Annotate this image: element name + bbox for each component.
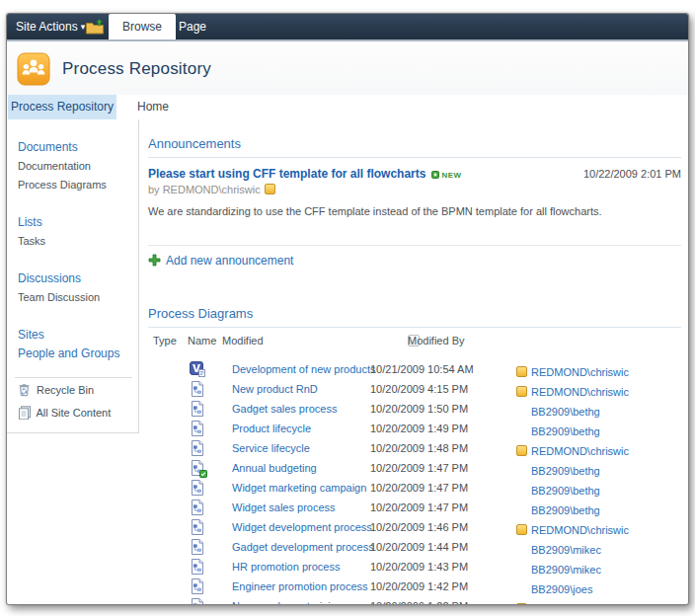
sidebar-item[interactable]: Tasks: [18, 232, 134, 251]
add-plus-icon: [148, 254, 161, 267]
navigate-up-icon[interactable]: [86, 19, 106, 38]
announcements-section-title[interactable]: Announcements: [148, 136, 681, 158]
process-diagrams-table: Development of new products 10/21/2009 1…: [148, 360, 681, 605]
sidebar-section-header[interactable]: Discussions: [18, 270, 134, 288]
add-new-announcement-link[interactable]: Add new announcement: [148, 252, 681, 270]
sidebar-tool-icon: [18, 406, 34, 425]
document-type-icon: [190, 559, 205, 575]
sidebar-tool-icon: [18, 383, 34, 403]
sidebar-section-header[interactable]: People and Groups: [18, 345, 134, 363]
document-link[interactable]: New employee training: [232, 600, 343, 605]
document-link[interactable]: Product lifecycle: [232, 423, 311, 434]
sidebar-item[interactable]: Process Diagrams: [18, 176, 134, 194]
sidebar-item[interactable]: Documentation: [18, 157, 134, 176]
document-type-icon: [190, 440, 205, 456]
sidebar-tool-link[interactable]: Recycle Bin: [18, 380, 134, 403]
table-row[interactable]: HR promotion process 10/20/2009 1:43 PM …: [148, 558, 681, 578]
column-header-type[interactable]: Type: [153, 335, 177, 346]
sidebar-tool-link[interactable]: All Site Content: [18, 403, 134, 425]
table-row[interactable]: Gadget sales process 10/20/2009 1:50 PM …: [148, 400, 681, 420]
tab-home[interactable]: Home: [131, 95, 175, 119]
modified-by-link[interactable]: BB2909\bethg: [531, 504, 600, 516]
process-diagrams-section-title[interactable]: Process Diagrams: [148, 306, 681, 328]
table-row[interactable]: Annual budgeting 10/20/2009 1:47 PM BB29…: [148, 459, 681, 479]
document-type-icon: [190, 500, 205, 515]
modified-date: 10/20/2009 1:47 PM: [370, 501, 468, 513]
document-link[interactable]: HR promotion process: [232, 561, 340, 573]
modified-by-link[interactable]: REDMOND\chriswic: [531, 445, 629, 457]
visio-drawing-icon: [190, 598, 205, 605]
visio-drawing-icon: [190, 578, 205, 594]
modified-by-cell: BB2909\mikec: [516, 540, 601, 558]
table-header-row: Type Name Modified Modified By: [148, 335, 681, 348]
site-actions-label: Site Actions: [16, 20, 78, 34]
top-navigation: Process Repository Home: [7, 95, 688, 119]
sidebar-item[interactable]: Team Discussion: [18, 288, 134, 307]
site-actions-menu[interactable]: Site Actions▾: [16, 20, 85, 34]
table-row[interactable]: Development of new products 10/21/2009 1…: [148, 360, 681, 380]
table-row[interactable]: Widget sales process 10/20/2009 1:47 PM …: [148, 499, 681, 518]
document-link[interactable]: Gadget sales process: [232, 403, 337, 415]
document-type-icon: [190, 421, 205, 436]
table-row[interactable]: New product RnD 10/20/2009 4:15 PM REDMO…: [148, 380, 681, 400]
modified-by-cell: REDMOND\chriswic: [516, 382, 629, 400]
sidebar-section-header[interactable]: Lists: [18, 213, 134, 232]
sidebar-tool-label: Recycle Bin: [37, 384, 94, 396]
table-row[interactable]: Widget marketing campaign 10/20/2009 1:4…: [148, 479, 681, 499]
presence-icon: [516, 603, 527, 605]
document-type-icon: [190, 539, 205, 555]
modified-by-link[interactable]: BB2909\bethg: [531, 406, 600, 418]
main-content: Announcements Please start using CFF tem…: [148, 119, 681, 605]
document-link[interactable]: Widget marketing campaign: [232, 482, 366, 494]
document-link[interactable]: Widget development process: [232, 521, 372, 533]
all-site-content-icon: [18, 406, 32, 420]
document-link[interactable]: Widget sales process: [232, 501, 336, 513]
table-row[interactable]: Engineer promotion process 10/20/2009 1:…: [148, 578, 681, 597]
modified-by-link[interactable]: BB2909\bethg: [531, 485, 600, 497]
table-row[interactable]: Gadget development process 10/20/2009 1:…: [148, 538, 681, 558]
table-row[interactable]: Service lifecycle 10/20/2009 1:48 PM RED…: [148, 439, 681, 459]
tab-page[interactable]: Page: [165, 14, 220, 39]
document-type-icon: [190, 519, 205, 535]
visio-drawing-icon: [190, 440, 205, 456]
modified-by-cell: BB2909\bethg: [516, 402, 600, 420]
table-row[interactable]: New employee training 10/20/2009 1:22 PM…: [148, 597, 681, 605]
quick-launch-sidebar: DocumentsDocumentationProcess DiagramsLi…: [7, 119, 139, 433]
modified-by-link[interactable]: BB2909\bethg: [531, 465, 600, 477]
announcements-divider: [148, 245, 681, 246]
new-badge: NEW: [431, 164, 461, 181]
modified-by-link[interactable]: REDMOND\chriswic: [531, 524, 629, 536]
visio-app-icon: [190, 361, 205, 377]
modified-by-link[interactable]: BB2909\mikec: [531, 544, 601, 556]
sidebar-section-header[interactable]: Sites: [18, 326, 134, 345]
table-row[interactable]: Widget development process 10/20/2009 1:…: [148, 518, 681, 538]
modified-by-link[interactable]: BB2909\mikec: [531, 564, 601, 576]
modified-by-link[interactable]: BB2909\joes: [531, 583, 592, 595]
announcement-body: We are standardizing to use the CFF temp…: [148, 205, 681, 218]
modified-by-link[interactable]: BB2909\bethg: [531, 425, 600, 437]
modified-by-link[interactable]: REDMOND\chriswic: [531, 386, 629, 398]
modified-by-link[interactable]: REDMOND\chriswic: [531, 603, 629, 605]
document-link[interactable]: Development of new products: [232, 363, 376, 375]
modified-by-link[interactable]: REDMOND\chriswic: [531, 366, 629, 378]
modified-by-cell: REDMOND\chriswic: [516, 441, 629, 459]
ribbon-bar: Site Actions▾ Browse Page: [7, 14, 688, 41]
tab-process-repository[interactable]: Process Repository: [8, 95, 116, 119]
column-header-modified[interactable]: Modified: [222, 335, 264, 346]
modified-date: 10/20/2009 1:50 PM: [370, 403, 468, 415]
announcement-link[interactable]: Please start using CFF template for all …: [148, 167, 425, 181]
modified-date: 10/20/2009 1:43 PM: [370, 561, 468, 573]
sidebar-section-header[interactable]: Documents: [18, 138, 134, 157]
document-link[interactable]: New product RnD: [232, 383, 318, 395]
site-header: Process Repository: [7, 41, 688, 95]
document-link[interactable]: Annual budgeting: [232, 462, 317, 474]
column-header-name[interactable]: Name: [188, 335, 216, 346]
table-row[interactable]: Product lifecycle 10/20/2009 1:49 PM BB2…: [148, 420, 681, 439]
announcement-item: Please start using CFF template for all …: [148, 164, 681, 182]
site-people-icon[interactable]: [17, 52, 50, 86]
document-link[interactable]: Engineer promotion process: [232, 580, 368, 592]
document-link[interactable]: Service lifecycle: [232, 442, 310, 454]
new-document-badge-icon: [199, 470, 207, 478]
modified-by-cell: BB2909\bethg: [516, 422, 600, 439]
document-link[interactable]: Gadget development process: [232, 541, 374, 553]
